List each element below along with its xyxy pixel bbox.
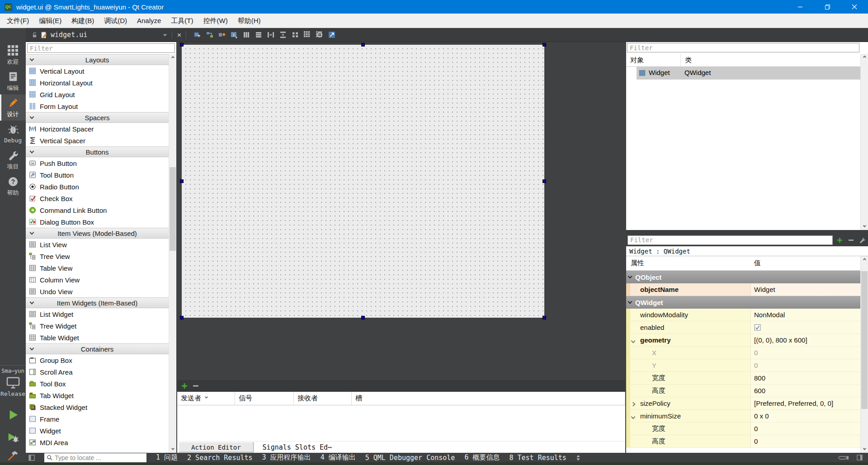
widget-item-tree-widget[interactable]: Tree Widget [26,320,169,332]
kit-selector-button[interactable] [0,376,26,390]
property-value-cell[interactable]: NonModal [750,309,860,321]
property-name-cell[interactable]: 宽度 [626,423,750,435]
property-name-cell[interactable]: 高度 [626,385,750,397]
configure-property-editor-button[interactable] [858,235,867,245]
tool-button-layout-vertical[interactable] [253,30,264,40]
resize-handle-middle-right[interactable] [542,179,546,183]
column-header-class[interactable]: 类 [680,54,860,66]
property-value-cell[interactable]: Widget [750,283,860,296]
resize-handle-bottom-right[interactable] [542,316,546,319]
widget-item-tool-button[interactable]: Tool Button [26,169,169,181]
widget-item-scroll-area[interactable]: Scroll Area [26,366,169,378]
resize-handle-top-right[interactable] [542,43,546,47]
widget-item-vertical-layout[interactable]: Vertical Layout [26,65,169,77]
output-pane-button-1[interactable]: 1 问题 [156,453,178,462]
property-row-宽度-12[interactable]: 宽度0 [626,423,860,435]
property-name-cell[interactable]: 高度 [626,435,750,448]
scroll-down-arrow[interactable] [861,445,868,453]
form-canvas[interactable] [182,45,544,318]
category-header-layouts[interactable]: Layouts [26,54,169,65]
property-value-cell[interactable]: 600 [750,385,860,397]
resize-handle-bottom-center[interactable] [361,316,365,319]
run-button[interactable] [0,407,26,423]
build-button[interactable] [0,448,26,463]
property-name-cell[interactable]: enabled [626,321,750,334]
widget-item-tree-view[interactable]: Tree View [26,250,169,262]
close-document-button[interactable] [175,30,184,40]
debug-run-button[interactable] [0,430,26,445]
widget-item-undo-view[interactable]: Undo View [26,286,169,297]
property-value-cell[interactable]: 0 x 0 [750,410,860,423]
widget-item-check-box[interactable]: Check Box [26,193,169,204]
widget-item-list-view[interactable]: List View [26,239,169,250]
output-pane-button-3[interactable]: 3 应用程序输出 [262,453,311,462]
widget-item-form-layout[interactable]: Form Layout [26,100,169,112]
property-name-cell[interactable]: geometry [626,334,750,347]
widget-item-group-box[interactable]: Group Box [26,354,169,366]
widget-item-frame[interactable]: Frame [26,413,169,425]
property-value-cell[interactable]: 0 [750,423,860,435]
property-name-cell[interactable]: 宽度 [626,372,750,385]
output-pane-button-5[interactable]: 5 QML Debugger Console [365,454,455,462]
menu-item-file[interactable]: 文件(F) [2,14,34,28]
tool-button-edit-widgets[interactable] [192,30,203,40]
object-inspector-scrollbar[interactable] [860,54,868,230]
category-header-item-widgets-item-based[interactable]: Item Widgets (Item-Based) [26,297,169,308]
widget-item-tool-box[interactable]: Tool Box [26,378,169,390]
widget-item-dialog-button-box[interactable]: Dialog Button Box [26,216,169,228]
connection-column-header-2[interactable]: 接收者 [294,392,352,405]
widget-item-table-widget[interactable]: Table Widget [26,332,169,343]
output-pane-button-7[interactable]: 8 Test Results [509,454,566,462]
widget-item-vertical-spacer[interactable]: Vertical Spacer [26,135,169,146]
column-header-value[interactable]: 值 [750,259,761,268]
property-name-cell[interactable]: windowModality [626,309,750,321]
property-row-宽度-8[interactable]: 宽度800 [626,372,860,385]
widget-box-scrollbar[interactable] [169,54,176,453]
output-pane-button-6[interactable]: 6 概要信息 [464,453,500,462]
menu-item-debug[interactable]: 调试(D) [99,14,132,28]
connection-column-header-0[interactable]: 发送者 [177,392,235,405]
widget-item-table-view[interactable]: Table View [26,262,169,274]
scroll-down-arrow[interactable] [861,222,868,230]
category-header-item-views-model-based[interactable]: Item Views (Model-Based) [26,228,169,239]
property-row-enabled-4[interactable]: enabled [626,321,860,334]
property-name-cell[interactable]: minimumSize [626,410,750,423]
tool-button-adjust-size[interactable] [326,30,337,40]
column-header-object[interactable]: 对象 [626,56,680,65]
sidebar-toggle-icon[interactable] [28,455,35,461]
widget-item-command-link-button[interactable]: Command Link Button [26,204,169,216]
widget-item-mdi-area[interactable]: MDI Area [26,437,169,448]
widget-item-grid-layout[interactable]: Grid Layout [26,89,169,100]
expander-closed-icon[interactable] [632,399,635,407]
tool-button-layout-form[interactable] [290,30,300,40]
property-value-cell[interactable]: 0 [750,347,860,359]
widget-item-stacked-widget[interactable]: Stacked Widget [26,401,169,413]
widget-item-radio-button[interactable]: Radio Button [26,181,169,193]
close-button[interactable] [841,0,868,14]
widget-box-filter-input[interactable] [27,43,175,53]
pane-updown-arrows-icon[interactable] [576,455,580,461]
widget-item-list-widget[interactable]: List Widget [26,308,169,320]
tool-button-edit-signals-slots[interactable] [204,30,215,40]
widget-item-horizontal-spacer[interactable]: Horizontal Spacer [26,123,169,135]
expander-open-icon[interactable] [632,336,635,344]
property-group-qwidget[interactable]: QWidget [626,296,860,309]
remove-connection-button[interactable] [193,383,199,389]
property-row-高度-9[interactable]: 高度600 [626,385,860,397]
property-value-cell[interactable]: [(0, 0), 800 x 600] [750,334,860,347]
tool-button-edit-tab-order[interactable]: 1 [229,30,239,40]
column-header-property[interactable]: 属性 [626,259,750,268]
minimize-button[interactable] [787,0,814,14]
mode-button-debug[interactable]: Debug [0,121,26,147]
scroll-up-arrow[interactable] [861,256,868,264]
property-value-cell[interactable]: 800 [750,372,860,385]
property-row-高度-13[interactable]: 高度0 [626,435,860,448]
open-document-selector[interactable]: widget.ui [32,31,160,39]
property-row-x-6[interactable]: X0 [626,347,860,359]
scrollbar-thumb[interactable] [170,167,176,251]
property-row-geometry-5[interactable]: geometry[(0, 0), 800 x 600] [626,334,860,347]
add-connection-button[interactable] [181,383,188,389]
document-dropdown-button[interactable] [160,30,170,40]
object-inspector-filter-input[interactable] [627,43,859,52]
resize-handle-middle-left[interactable] [180,179,184,183]
